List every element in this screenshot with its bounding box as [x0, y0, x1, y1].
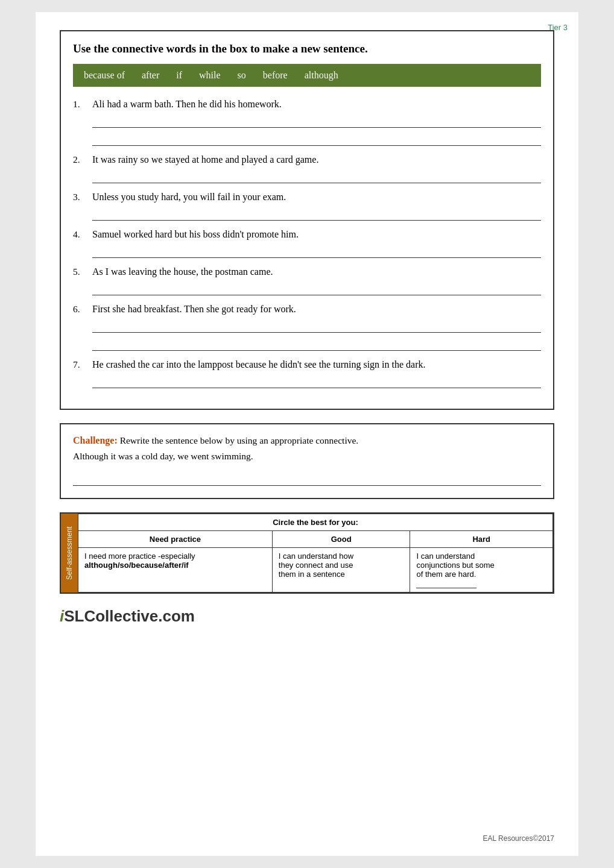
q1-number: 1.	[73, 99, 86, 110]
connective-while: while	[199, 70, 221, 81]
connectives-bar: because of after if while so before alth…	[73, 64, 541, 87]
q1-answer-line-1[interactable]	[92, 115, 541, 128]
brand-rest: SLCollective.com	[64, 607, 195, 625]
connective-after: after	[142, 70, 159, 81]
challenge-sentence: Although it was a cold day, we went swim…	[73, 451, 541, 462]
brand-logo: iSLCollective.com	[60, 607, 554, 626]
challenge-label: Challenge:	[73, 435, 118, 445]
connective-because-of: because of	[84, 70, 125, 81]
q3-number: 3.	[73, 192, 86, 203]
self-assessment-table: Circle the best for you: Need practice G…	[78, 514, 553, 593]
challenge-text: Challenge: Rewrite the sentence below by…	[73, 435, 541, 446]
question-6: 6. First she had breakfast. Then she got…	[73, 304, 541, 351]
self-assessment-section: Self-assessment Circle the best for you:…	[60, 512, 554, 594]
q4-text: Samuel worked hard but his boss didn't p…	[92, 229, 541, 240]
q4-answer-line-1[interactable]	[92, 245, 541, 258]
q7-text: He crashed the car into the lamppost bec…	[92, 359, 541, 370]
connective-if: if	[176, 70, 182, 81]
sa-col1: I need more practice -especially althoug…	[78, 548, 273, 593]
q2-answer-line-1[interactable]	[92, 170, 541, 183]
tier-label: Tier 3	[548, 23, 568, 32]
connective-so: so	[238, 70, 246, 81]
self-assessment-row: I need more practice -especially althoug…	[78, 548, 553, 593]
q2-text: It was rainy so we stayed at home and pl…	[92, 154, 541, 165]
q1-answer-line-2[interactable]	[92, 133, 541, 146]
question-5: 5. As I was leaving the house, the postm…	[73, 266, 541, 295]
question-7: 7. He crashed the car into the lamppost …	[73, 359, 541, 388]
q1-text: Ali had a warm bath. Then he did his hom…	[92, 99, 541, 110]
q6-text: First she had breakfast. Then she got re…	[92, 304, 541, 315]
sa-col1-line2: although/so/because/after/if	[84, 561, 189, 570]
q3-answer-line-1[interactable]	[92, 207, 541, 221]
challenge-answer-line[interactable]	[73, 473, 541, 486]
challenge-box: Challenge: Rewrite the sentence below by…	[60, 423, 554, 499]
q6-answer-line-1[interactable]	[92, 319, 541, 333]
main-title: Use the connective words in the box to m…	[73, 42, 541, 55]
col-need-practice: Need practice	[78, 531, 273, 548]
sa-col3: I can understandconjunctions but someof …	[410, 548, 553, 593]
col-hard: Hard	[410, 531, 553, 548]
sa-col1-line1: I need more practice -especially	[84, 552, 195, 561]
challenge-instruction: Rewrite the sentence below by using an a…	[120, 435, 359, 445]
question-4: 4. Samuel worked hard but his boss didn'…	[73, 229, 541, 258]
q7-number: 7.	[73, 359, 86, 370]
connective-although: although	[305, 70, 338, 81]
circle-prompt: Circle the best for you:	[78, 514, 553, 531]
q7-answer-line-1[interactable]	[92, 375, 541, 388]
q4-number: 4.	[73, 229, 86, 240]
col-good: Good	[272, 531, 410, 548]
main-exercise-box: Use the connective words in the box to m…	[60, 30, 554, 410]
connective-before: before	[263, 70, 288, 81]
q5-answer-line-1[interactable]	[92, 282, 541, 295]
q6-number: 6.	[73, 304, 86, 315]
question-2: 2. It was rainy so we stayed at home and…	[73, 154, 541, 183]
q3-text: Unless you study hard, you will fail in …	[92, 192, 541, 203]
q6-answer-line-2[interactable]	[92, 338, 541, 351]
q5-text: As I was leaving the house, the postman …	[92, 266, 541, 277]
q5-number: 5.	[73, 266, 86, 277]
q2-number: 2.	[73, 154, 86, 165]
question-3: 3. Unless you study hard, you will fail …	[73, 192, 541, 221]
worksheet-page: Tier 3 Use the connective words in the b…	[36, 12, 578, 856]
copyright-label: EAL Resources©2017	[483, 834, 554, 843]
question-1: 1. Ali had a warm bath. Then he did his …	[73, 99, 541, 146]
self-assessment-label: Self-assessment	[61, 514, 78, 593]
sa-col2: I can understand howthey connect and use…	[272, 548, 410, 593]
